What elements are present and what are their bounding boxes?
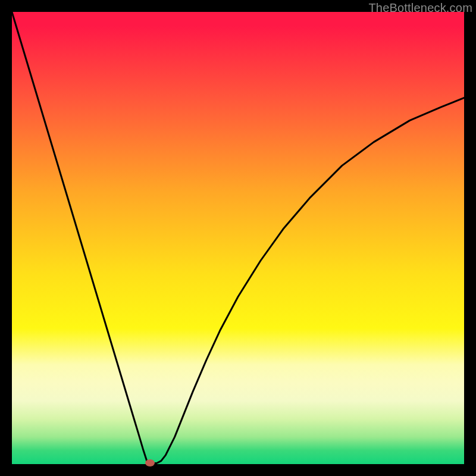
chart-curve-svg [12, 12, 464, 464]
minimum-marker [145, 459, 155, 466]
chart-frame [12, 12, 464, 464]
chart-plot [12, 12, 464, 464]
bottleneck-curve-path [12, 12, 464, 463]
